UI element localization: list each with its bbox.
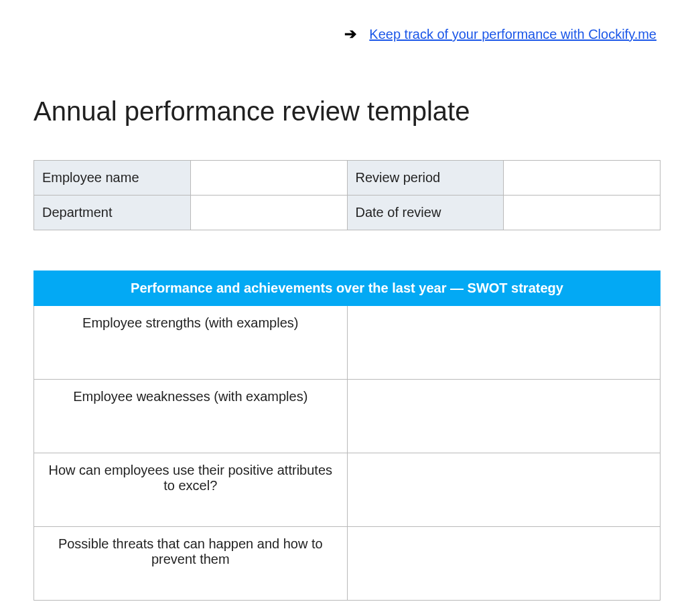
page-title: Annual performance review template	[33, 96, 661, 127]
department-value[interactable]	[190, 196, 347, 230]
table-row: How can employees use their positive att…	[34, 453, 661, 527]
swot-strengths-answer[interactable]	[347, 306, 661, 380]
swot-opportunities-answer[interactable]	[347, 453, 661, 527]
swot-opportunities-prompt: How can employees use their positive att…	[34, 453, 348, 527]
employee-info-table: Employee name Review period Department D…	[33, 160, 661, 230]
date-of-review-label: Date of review	[347, 196, 504, 230]
swot-weaknesses-prompt: Employee weaknesses (with examples)	[34, 380, 348, 453]
swot-header-cell: Performance and achievements over the la…	[34, 271, 661, 306]
table-row: Employee name Review period	[34, 161, 661, 196]
table-row: Department Date of review	[34, 196, 661, 230]
document-page: ➔ Keep track of your performance with Cl…	[0, 0, 694, 616]
review-period-value[interactable]	[504, 161, 661, 196]
swot-table: Performance and achievements over the la…	[33, 271, 661, 601]
table-row: Employee strengths (with examples)	[34, 306, 661, 380]
arrow-right-icon: ➔	[344, 25, 356, 42]
swot-strengths-prompt: Employee strengths (with examples)	[34, 306, 348, 380]
department-label: Department	[34, 196, 191, 230]
date-of-review-value[interactable]	[504, 196, 661, 230]
employee-name-label: Employee name	[34, 161, 191, 196]
swot-weaknesses-answer[interactable]	[347, 380, 661, 453]
table-row: Employee weaknesses (with examples)	[34, 380, 661, 453]
clockify-link[interactable]: Keep track of your performance with Cloc…	[369, 27, 656, 42]
swot-threats-prompt: Possible threats that can happen and how…	[34, 527, 348, 601]
header-link-row: ➔ Keep track of your performance with Cl…	[33, 25, 661, 43]
review-period-label: Review period	[347, 161, 504, 196]
table-row: Possible threats that can happen and how…	[34, 527, 661, 601]
employee-name-value[interactable]	[190, 161, 347, 196]
swot-threats-answer[interactable]	[347, 527, 661, 601]
swot-header-row: Performance and achievements over the la…	[34, 271, 661, 306]
